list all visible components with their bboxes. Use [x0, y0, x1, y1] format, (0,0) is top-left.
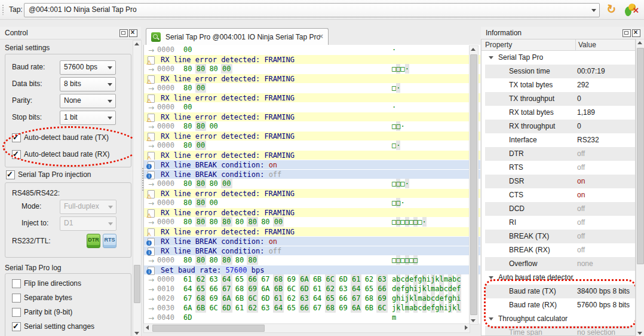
info-group-row[interactable]: Throughput calculator — [482, 312, 635, 326]
log-option-checkbox[interactable] — [12, 294, 21, 303]
log-row[interactable]: →00008000□· — [144, 140, 480, 150]
chevron-down-icon[interactable] — [105, 78, 115, 91]
log-row[interactable]: →00006162636465666768696A6B6C6D616263abc… — [144, 274, 480, 284]
chevron-down-icon[interactable] — [588, 4, 599, 17]
scroll-down-icon[interactable] — [133, 329, 140, 336]
autodetect-tx-checkbox[interactable] — [12, 133, 21, 142]
baud-rate-combobox[interactable]: 57600 bps — [60, 60, 116, 75]
info-property-row[interactable]: BREAK (RX)off — [482, 243, 635, 257]
log-row[interactable]: ⚠RX line error detected: FRAMING — [144, 150, 480, 160]
info-property-row[interactable]: TX throughput0 — [482, 92, 635, 106]
rts-button[interactable]: RTS — [103, 234, 116, 248]
scroll-up-icon[interactable] — [636, 39, 643, 47]
log-hscrollbar[interactable] — [143, 323, 470, 333]
bee-cross-icon[interactable]: ✕ — [624, 2, 639, 17]
stop-bits-combobox[interactable]: 1 bit — [60, 111, 116, 125]
toolbar-grip[interactable] — [2, 4, 4, 15]
collapse-triangle-icon[interactable] — [489, 56, 493, 59]
log-row[interactable]: ⚠RX line error detected: FRAMING — [144, 74, 480, 83]
log-row[interactable]: ⚠RX line error detected: FRAMING — [144, 227, 480, 236]
scroll-up-icon[interactable] — [470, 46, 477, 53]
info-property-row[interactable]: RIoff — [482, 216, 635, 230]
log-row[interactable]: →000000· — [144, 102, 480, 112]
info-property-row[interactable]: Overflownone — [482, 257, 635, 271]
info-property-row[interactable]: RTSoff — [482, 161, 635, 175]
close-icon[interactable] — [632, 29, 640, 37]
close-icon[interactable] — [129, 29, 137, 37]
log-vscrollbar-thumb[interactable] — [470, 54, 477, 315]
log-option-checkbox[interactable] — [12, 308, 21, 317]
log-row[interactable]: →00008080808080808000□□□□□□□· — [144, 217, 480, 227]
info-scrollbar[interactable] — [636, 39, 644, 336]
tab-serial-tap-pro[interactable]: Serial Tap Pro @004:001 IO Ninja Serial … — [146, 28, 329, 45]
dtr-button[interactable]: DTR — [87, 234, 100, 248]
log-row[interactable]: ⚠RX line error detected: FRAMING — [144, 188, 480, 198]
info-property-row[interactable]: Time spanno selection — [482, 326, 635, 336]
undock-icon[interactable] — [119, 29, 128, 37]
log-row[interactable]: iRX line BREAK condition: on — [144, 160, 480, 169]
collapse-triangle-icon[interactable] — [489, 276, 493, 279]
log-row[interactable]: →00306A6B6C6D6162636465666768696A6B6Cjkl… — [144, 303, 480, 313]
log-hscrollbar-thumb[interactable] — [152, 325, 265, 332]
log-row[interactable]: ⚠RX line error detected: FRAMING — [144, 54, 480, 64]
refresh-icon[interactable]: ↻ — [603, 2, 620, 18]
info-property-row[interactable]: RX throughput0 — [482, 120, 635, 133]
info-property-row[interactable]: InterfaceRS232 — [482, 133, 635, 147]
log-row[interactable]: iRX line BREAK condition: off — [144, 169, 480, 179]
info-property-row[interactable]: Baud rate (RX)57600 bps 8 bits — [482, 298, 635, 312]
info-property-row[interactable]: TX total bytes292 — [482, 78, 635, 92]
tab-close-icon[interactable]: × — [318, 32, 323, 41]
info-property-row[interactable]: DTRoff — [482, 147, 635, 161]
log-row[interactable]: →000080808000□□□· — [144, 179, 480, 188]
scroll-down-icon[interactable] — [636, 329, 643, 336]
info-group-row[interactable]: Auto baud rate detector — [482, 271, 635, 285]
info-property-row[interactable]: RX total bytes1,189 — [482, 106, 635, 120]
info-property-row[interactable]: CTSon — [482, 188, 635, 202]
log-row[interactable]: →00206768696A6B6C6D616263646566676869ghi… — [144, 294, 480, 303]
parity-combobox[interactable]: None — [60, 94, 116, 108]
chevron-down-icon[interactable] — [105, 61, 115, 74]
control-scrollbar[interactable] — [133, 40, 142, 336]
autodetect-rx-checkbox[interactable] — [12, 150, 21, 159]
tap-combobox[interactable]: @004:001 IO Ninja Serial Tap Pro — [24, 3, 600, 17]
scroll-left-icon[interactable] — [144, 324, 151, 331]
data-bits-combobox[interactable]: 8 bits — [60, 77, 116, 91]
injection-checkbox[interactable] — [6, 170, 15, 179]
log-row[interactable]: →0000808000□□· — [144, 198, 480, 207]
info-property-row[interactable]: Baud rate (TX)38400 bps 8 bits — [482, 285, 635, 298]
log-option-checkbox[interactable] — [12, 279, 21, 288]
data-bits-value: 8 bits — [64, 80, 81, 88]
log-option-checkbox[interactable] — [12, 322, 21, 331]
info-scrollbar-thumb[interactable] — [637, 48, 644, 264]
log-row[interactable]: →00406Dm — [144, 313, 480, 322]
log-row[interactable]: →00008000□· — [144, 83, 480, 93]
control-scrollbar-thumb[interactable] — [134, 265, 140, 303]
log-message: RX line BREAK condition: on — [161, 237, 277, 246]
log-row[interactable]: iRX line BREAK condition: off — [144, 246, 480, 255]
chevron-down-icon[interactable] — [105, 94, 115, 108]
log-row[interactable]: ⚠RX line error detected: FRAMING — [144, 93, 480, 102]
log-row[interactable]: →000000· — [144, 45, 480, 54]
info-property-row[interactable]: Session time00:07:19 — [482, 65, 635, 78]
info-property-row[interactable]: BREAK (TX)off — [482, 230, 635, 243]
log-row[interactable]: ⚠RX line error detected: FRAMING — [144, 131, 480, 140]
scroll-down-icon[interactable] — [470, 317, 477, 324]
log-row[interactable]: →0000808080808080□□□□□□ — [144, 255, 480, 265]
log-row[interactable]: →00106465666768696A6B6C6D616263646566def… — [144, 284, 480, 294]
scroll-up-icon[interactable] — [133, 41, 140, 48]
log-row[interactable]: iSet baud rate: 57600 bps — [144, 265, 480, 274]
info-property-row[interactable]: DSRon — [482, 175, 635, 188]
collapse-triangle-icon[interactable] — [489, 317, 493, 320]
chevron-down-icon[interactable] — [105, 111, 115, 124]
log-view[interactable]: →000000·⚠RX line error detected: FRAMING… — [143, 45, 480, 323]
info-group-row[interactable]: Serial Tap Pro — [482, 51, 635, 65]
scroll-right-icon[interactable] — [462, 324, 470, 331]
log-row[interactable]: ⚠RX line error detected: FRAMING — [144, 112, 480, 121]
log-vscrollbar[interactable] — [469, 45, 479, 325]
log-row[interactable]: →000080808000□□□· — [144, 64, 480, 74]
log-row[interactable]: →0000808000□□· — [144, 121, 480, 131]
info-property-row[interactable]: DCDoff — [482, 202, 635, 216]
undock-icon[interactable] — [622, 29, 631, 37]
log-row[interactable]: ⚠RX line error detected: FRAMING — [144, 207, 480, 217]
log-row[interactable]: iRX line BREAK condition: on — [144, 236, 480, 246]
